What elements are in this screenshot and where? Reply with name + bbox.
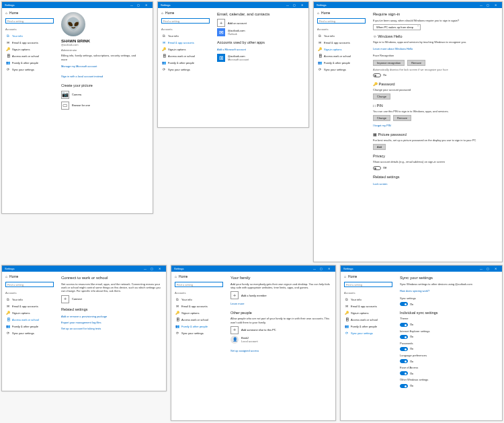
nav-your-info[interactable]: ⧉Your info: [175, 297, 222, 302]
nav-sync[interactable]: ⟳Sync your settings: [344, 330, 392, 336]
search-input[interactable]: Find a setting: [175, 282, 223, 287]
sync-item-toggle[interactable]: On: [400, 359, 413, 363]
maximize-button[interactable]: ▢: [291, 2, 298, 8]
nav-sign-in[interactable]: 🔑Sign-in options: [5, 46, 53, 52]
close-button[interactable]: ✕: [298, 2, 306, 8]
nav-email[interactable]: ✉Email & app accounts: [175, 303, 222, 309]
connect-button[interactable]: + Connect: [61, 295, 161, 303]
nav-email[interactable]: ✉Email & app accounts: [317, 40, 365, 45]
nav-your-info[interactable]: ⧉Your info: [5, 297, 53, 302]
search-input[interactable]: Find a setting: [5, 282, 54, 287]
nav-sign-in[interactable]: 🔑Sign-in options: [175, 310, 222, 315]
close-button[interactable]: ✕: [142, 2, 150, 8]
add-family-button[interactable]: + Add a family member: [230, 291, 330, 299]
learn-hello-link[interactable]: Learn more about Windows Hello: [373, 47, 413, 50]
nav-family[interactable]: 👥Family & other people: [5, 60, 53, 65]
nav-sign-in[interactable]: 🔑Sign-in options: [317, 46, 365, 52]
privacy-toggle[interactable]: Off: [373, 166, 386, 170]
add-picpw-button[interactable]: Add: [373, 144, 386, 150]
minimize-button[interactable]: —: [311, 266, 318, 272]
nav-sign-in[interactable]: 🔑Sign-in options: [344, 310, 392, 315]
maximize-button[interactable]: ▢: [485, 2, 491, 8]
sync-item-toggle[interactable]: On: [400, 371, 413, 375]
nav-your-info[interactable]: ⧉Your info: [5, 33, 53, 38]
home-button[interactable]: ⌂Home: [175, 274, 222, 278]
minimize-button[interactable]: —: [478, 2, 485, 8]
sync-item-toggle[interactable]: On: [400, 323, 413, 327]
nav-family[interactable]: 👥Family & other people: [161, 60, 209, 65]
account-outlook[interactable]: ✉ @outlook.com Outlook: [217, 28, 303, 36]
home-button[interactable]: ⌂Home: [161, 11, 209, 15]
titlebar[interactable]: Settings — ▢ ✕: [314, 2, 502, 8]
maximize-button[interactable]: ▢: [485, 266, 491, 272]
sync-item-toggle[interactable]: On: [400, 335, 413, 339]
browse-option[interactable]: ▭ Browse for one: [61, 102, 90, 110]
nav-sync[interactable]: ⟳Sync your settings: [175, 330, 222, 336]
minimize-button[interactable]: —: [142, 266, 149, 272]
export-logs-link[interactable]: Export your management log files: [61, 321, 101, 324]
nav-your-info[interactable]: ⧉Your info: [161, 33, 209, 38]
nav-work[interactable]: 🗄Access work or school: [175, 317, 222, 322]
nav-your-info[interactable]: ⧉Your info: [344, 297, 392, 302]
titlebar[interactable]: Settings — ▢ ✕: [341, 266, 502, 272]
nav-email[interactable]: ✉Email & app accounts: [5, 40, 53, 45]
lock-screen-link[interactable]: Lock screen: [373, 182, 388, 186]
minimize-button[interactable]: —: [128, 2, 135, 8]
search-input[interactable]: Find a setting: [5, 18, 54, 24]
manage-account-link[interactable]: Manage my Microsoft account: [61, 65, 97, 68]
home-button[interactable]: ⌂Home: [5, 274, 53, 278]
nav-sync[interactable]: ⟳Sync your settings: [5, 330, 53, 336]
provisioning-link[interactable]: Add or remove a provisioning package: [61, 315, 107, 318]
titlebar[interactable]: Settings — ▢ ✕: [2, 2, 153, 8]
maximize-button[interactable]: ▢: [318, 266, 325, 272]
sync-item-toggle[interactable]: On: [400, 384, 413, 388]
change-password-button[interactable]: Change: [373, 93, 390, 100]
home-button[interactable]: ⌂Home: [344, 274, 392, 278]
remove-pin-button[interactable]: Remove: [393, 115, 411, 121]
nav-email[interactable]: ✉Email & app accounts: [161, 40, 209, 45]
auto-dismiss-toggle[interactable]: On: [373, 73, 386, 77]
add-ms-account-link[interactable]: Add a Microsoft account: [217, 48, 246, 51]
change-pin-button[interactable]: Change: [373, 115, 390, 121]
user-brink2[interactable]: 👤 Brink2 Local account: [230, 336, 330, 344]
camera-option[interactable]: 📷 Camera: [61, 91, 81, 99]
nav-work[interactable]: 🗄Access work or school: [5, 53, 53, 59]
forgot-pin-link[interactable]: I forgot my PIN: [373, 124, 391, 127]
maximize-button[interactable]: ▢: [149, 266, 155, 272]
search-input[interactable]: Find a setting: [161, 18, 210, 24]
search-input[interactable]: Find a setting: [344, 282, 392, 287]
minimize-button[interactable]: —: [478, 266, 485, 272]
minimize-button[interactable]: —: [284, 2, 291, 8]
tests-account-link[interactable]: Set up an account for taking tests: [61, 327, 101, 330]
how-sync-link[interactable]: How does syncing work?: [400, 289, 429, 293]
add-account-button[interactable]: + Add an account: [217, 19, 303, 27]
titlebar[interactable]: Settings — ▢ ✕: [2, 266, 166, 272]
close-button[interactable]: ✕: [491, 2, 499, 8]
close-button[interactable]: ✕: [491, 266, 499, 272]
maximize-button[interactable]: ▢: [135, 2, 142, 8]
add-other-button[interactable]: + Add someone else to this PC: [230, 326, 330, 334]
nav-sign-in[interactable]: 🔑Sign-in options: [5, 310, 53, 315]
remove-face-button[interactable]: Remove: [407, 60, 425, 66]
titlebar[interactable]: Settings — ▢ ✕: [158, 2, 308, 8]
nav-family[interactable]: 👥Family & other people: [5, 323, 53, 329]
nav-your-info[interactable]: ⧉Your info: [317, 33, 365, 38]
nav-family[interactable]: 👥Family & other people: [317, 60, 365, 65]
home-button[interactable]: ⌂Home: [317, 11, 365, 15]
improve-button[interactable]: Improve recognition: [373, 60, 405, 66]
nav-sync[interactable]: ⟳Sync your settings: [161, 67, 209, 72]
titlebar[interactable]: Settings — ▢ ✕: [171, 266, 335, 272]
nav-email[interactable]: ✉Email & app accounts: [344, 303, 392, 309]
sync-item-toggle[interactable]: On: [400, 347, 413, 351]
sync-settings-toggle[interactable]: On: [400, 302, 413, 306]
assigned-access-link[interactable]: Set up assigned access: [230, 349, 259, 352]
search-input[interactable]: Find a setting: [317, 18, 366, 24]
nav-work[interactable]: 🗄Access work or school: [5, 317, 53, 322]
nav-sync[interactable]: ⟳Sync your settings: [317, 67, 365, 72]
require-dropdown[interactable]: When PC wakes up from sleep: [373, 24, 421, 30]
close-button[interactable]: ✕: [155, 266, 163, 272]
nav-work[interactable]: 🗄Access work or school: [344, 317, 392, 322]
nav-family[interactable]: 👥Family & other people: [175, 323, 222, 329]
nav-work[interactable]: 🗄Access work or school: [317, 53, 365, 59]
nav-sync[interactable]: ⟳Sync your settings: [5, 67, 53, 72]
